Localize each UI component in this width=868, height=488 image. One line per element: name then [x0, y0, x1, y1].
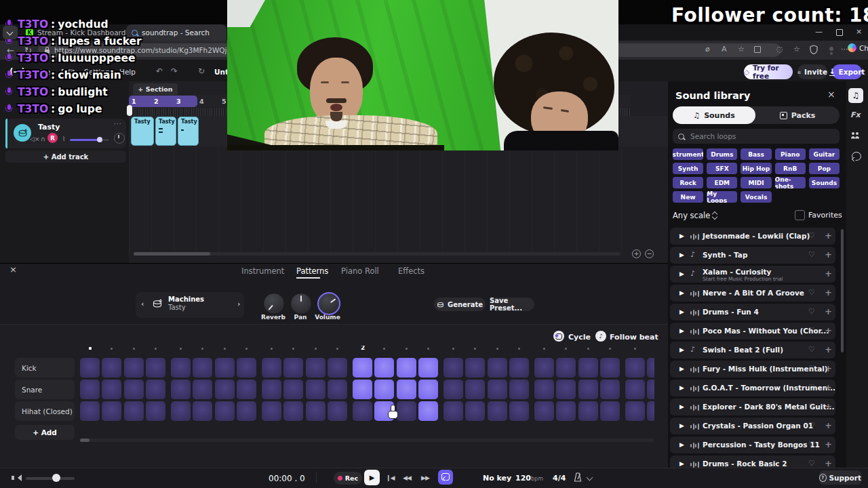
chip-piano[interactable]: Piano — [775, 148, 806, 160]
step-cell[interactable] — [124, 401, 144, 421]
step-cell[interactable] — [578, 358, 598, 378]
play-icon[interactable]: ▶ — [679, 422, 684, 429]
sound-library-close-icon[interactable]: × — [827, 89, 835, 100]
step-cell[interactable] — [124, 358, 144, 378]
loop-search[interactable] — [673, 129, 840, 144]
step-cell[interactable] — [80, 358, 100, 378]
mute-icon[interactable]: ◁× — [30, 136, 39, 142]
step-cell[interactable] — [418, 380, 438, 399]
step-cell[interactable] — [262, 380, 281, 399]
pattern-scrollbar-thumb[interactable] — [80, 439, 90, 442]
timeline-scrollbar-thumb[interactable] — [134, 252, 210, 256]
extensions-icon[interactable]: ◌ — [776, 45, 783, 54]
read-aloud-icon[interactable]: A — [722, 45, 727, 54]
play-icon[interactable]: ▶ — [679, 384, 684, 391]
chip-pop[interactable]: Pop — [809, 163, 840, 174]
window-restore-icon[interactable] — [836, 29, 843, 36]
step-cell[interactable] — [534, 401, 554, 421]
step-cell[interactable] — [509, 358, 529, 378]
step-cell[interactable] — [124, 380, 144, 399]
toolbar-collab-icon[interactable] — [850, 131, 860, 139]
chip-my-loops[interactable]: My Loops — [707, 191, 737, 203]
step-cell[interactable] — [465, 380, 485, 399]
list-item[interactable]: ▶Percussion - Tasty Bongos 11♡+ — [670, 436, 835, 453]
step-cell[interactable] — [647, 380, 654, 399]
chip-midi[interactable]: MIDI — [741, 177, 771, 188]
step-cell[interactable] — [443, 380, 463, 399]
list-item[interactable]: ▶Fury - Miss Hulk (Instrumental)♡+ — [670, 361, 835, 378]
step-cell[interactable] — [397, 358, 416, 378]
step-cell[interactable] — [193, 380, 212, 399]
list-item[interactable]: ▶Drums - Fun 4♡+ — [670, 304, 835, 321]
add-loop-icon[interactable]: + — [825, 401, 832, 411]
heart-icon[interactable]: ♡ — [808, 402, 815, 411]
step-cell[interactable] — [215, 380, 235, 399]
step-cell[interactable] — [397, 401, 416, 421]
step-cell[interactable] — [556, 401, 576, 421]
step-cell[interactable] — [193, 401, 212, 421]
step-cell[interactable] — [625, 358, 645, 378]
pattern-row-label[interactable]: Hihat (Closed) — [15, 401, 75, 421]
play-icon[interactable]: ▶ — [679, 365, 684, 372]
tab-piano-roll[interactable]: Piano Roll — [341, 266, 379, 276]
step-cell[interactable] — [146, 401, 165, 421]
step-cell[interactable] — [397, 380, 416, 399]
step-cell[interactable] — [578, 380, 598, 399]
loop-button[interactable] — [438, 470, 453, 485]
step-cell[interactable] — [328, 380, 347, 399]
editor-close-icon[interactable]: × — [9, 264, 17, 274]
step-cell[interactable] — [647, 358, 654, 378]
heart-icon[interactable]: ♡ — [808, 421, 815, 430]
track-pan-knob[interactable] — [114, 133, 125, 144]
list-item[interactable]: ▶♪Start free Music Production trialXalam… — [670, 266, 835, 283]
machine-prev-icon[interactable]: ‹ — [141, 300, 144, 308]
step-cell[interactable] — [353, 358, 372, 378]
list-item[interactable]: ▶Jetsonmade - Lowkii (Clap)♡+ — [670, 228, 835, 245]
toolbar-fx-icon[interactable]: Fx — [850, 110, 861, 119]
follow-beat-toggle[interactable]: ♪ — [595, 331, 606, 342]
automation-icon[interactable]: ⌇ — [62, 136, 65, 142]
add-loop-icon[interactable]: + — [825, 458, 832, 468]
step-cell[interactable] — [80, 401, 100, 421]
step-cell[interactable] — [625, 401, 645, 421]
search-input[interactable] — [689, 131, 827, 141]
machine-next-icon[interactable]: › — [237, 300, 241, 308]
chip-sfx[interactable]: SFX — [707, 163, 737, 174]
chip-rnb[interactable]: RnB — [775, 163, 806, 174]
step-cell[interactable] — [647, 401, 654, 421]
step-cell[interactable] — [171, 401, 191, 421]
step-cell[interactable] — [102, 401, 121, 421]
fast-forward-icon[interactable]: ▶▶ — [421, 474, 429, 481]
browser-menu-icon[interactable]: ··· — [841, 45, 848, 54]
step-cell[interactable] — [146, 358, 165, 378]
heart-icon[interactable]: ♡ — [808, 383, 815, 392]
play-icon[interactable]: ▶ — [679, 441, 684, 448]
step-cell[interactable] — [328, 358, 347, 378]
master-volume-icon[interactable] — [14, 474, 22, 481]
bpm-display[interactable]: 120 — [515, 474, 531, 483]
list-item[interactable]: ▶Drums - Rock Basic 2♡+ — [670, 455, 835, 468]
step-cell[interactable] — [488, 380, 507, 399]
list-item[interactable]: ▶Crystals - Passion Organ 01♡+ — [670, 418, 835, 434]
add-loop-icon[interactable]: + — [825, 249, 832, 260]
favorites-bar-icon[interactable]: ☆ — [793, 45, 800, 54]
step-cell[interactable] — [465, 358, 485, 378]
play-icon[interactable]: ▶ — [679, 403, 684, 410]
list-item[interactable]: ▶Explorer - Dark 80's Metal Guit...♡+ — [670, 399, 835, 415]
list-item[interactable]: ▶Poco Mas - Without You (Chor...♡+ — [670, 323, 835, 340]
step-cell[interactable] — [534, 358, 554, 378]
step-cell[interactable] — [262, 401, 281, 421]
key-display[interactable]: No key — [483, 474, 511, 483]
invite-button[interactable]: Invite — [797, 64, 827, 79]
toolbar-sounds-icon[interactable]: ♫ — [848, 88, 863, 103]
step-cell[interactable] — [353, 401, 372, 421]
reverb-knob[interactable] — [263, 293, 285, 314]
list-item[interactable]: ▶♪Swish - Beat 2 (Full)♡+ — [670, 342, 835, 359]
list-item[interactable]: ▶G.O.A.T - Tomorrow (Instrumen...♡+ — [670, 380, 835, 396]
add-loop-icon[interactable]: + — [825, 306, 832, 317]
step-cell[interactable] — [283, 358, 303, 378]
step-cell[interactable] — [102, 380, 121, 399]
collapse-chevron-button[interactable] — [3, 26, 18, 39]
step-cell[interactable] — [465, 401, 485, 421]
step-cell[interactable] — [262, 358, 281, 378]
